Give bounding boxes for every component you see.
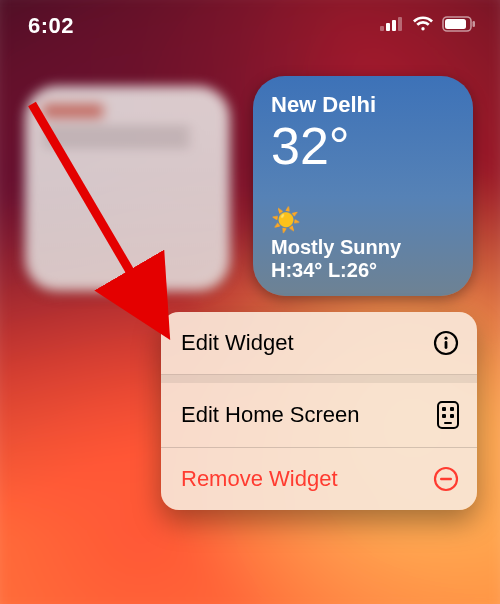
svg-rect-15 bbox=[444, 422, 452, 424]
svg-rect-17 bbox=[440, 478, 452, 480]
svg-rect-14 bbox=[450, 414, 454, 418]
cellular-icon bbox=[380, 17, 404, 35]
weather-condition: Mostly Sunny bbox=[271, 236, 455, 259]
remove-circle-icon bbox=[433, 466, 459, 492]
svg-rect-9 bbox=[445, 341, 448, 349]
battery-icon bbox=[442, 16, 476, 36]
svg-rect-0 bbox=[380, 26, 384, 31]
status-time: 6:02 bbox=[28, 13, 74, 39]
svg-rect-10 bbox=[438, 402, 458, 428]
apps-grid-icon bbox=[437, 401, 459, 429]
widget-context-menu: Edit Widget Edit Home Screen Remove Widg… bbox=[161, 312, 477, 510]
menu-item-label: Edit Widget bbox=[181, 330, 294, 356]
weather-widget[interactable]: New Delhi 32° ☀️ Mostly Sunny H:34° L:26… bbox=[253, 76, 473, 296]
menu-separator bbox=[161, 375, 477, 383]
weather-hi-lo: H:34° L:26° bbox=[271, 259, 455, 282]
status-bar: 6:02 bbox=[0, 0, 500, 52]
svg-rect-2 bbox=[392, 20, 396, 31]
svg-rect-11 bbox=[442, 407, 446, 411]
svg-rect-5 bbox=[445, 19, 466, 29]
menu-item-label: Edit Home Screen bbox=[181, 402, 360, 428]
wifi-icon bbox=[412, 16, 434, 36]
menu-item-label: Remove Widget bbox=[181, 466, 338, 492]
svg-rect-6 bbox=[473, 21, 476, 27]
sun-icon: ☀️ bbox=[271, 208, 455, 232]
info-icon bbox=[433, 330, 459, 356]
weather-temperature: 32° bbox=[271, 120, 455, 172]
svg-point-8 bbox=[444, 337, 447, 340]
svg-rect-3 bbox=[398, 17, 402, 31]
edit-home-screen-button[interactable]: Edit Home Screen bbox=[161, 383, 477, 448]
svg-rect-12 bbox=[450, 407, 454, 411]
edit-widget-button[interactable]: Edit Widget bbox=[161, 312, 477, 375]
svg-rect-13 bbox=[442, 414, 446, 418]
remove-widget-button[interactable]: Remove Widget bbox=[161, 448, 477, 510]
svg-rect-1 bbox=[386, 23, 390, 31]
notes-widget-blurred bbox=[25, 86, 230, 291]
weather-city: New Delhi bbox=[271, 92, 455, 118]
